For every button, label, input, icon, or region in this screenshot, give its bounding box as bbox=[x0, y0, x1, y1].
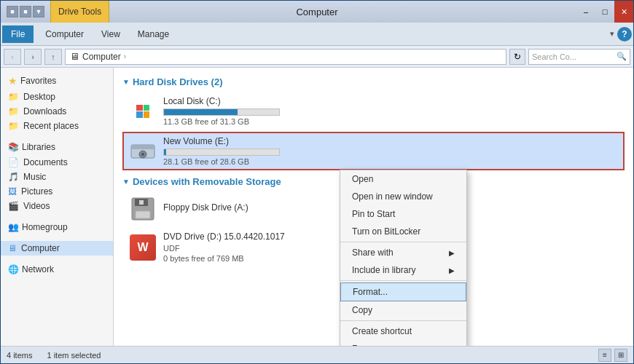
refresh-button[interactable]: ↻ bbox=[509, 49, 525, 65]
favorites-label: Favorites bbox=[20, 76, 56, 86]
homegroup-label: Homegroup bbox=[22, 222, 68, 232]
hard-disk-drives-header: ▼ Hard Disk Drives (2) bbox=[122, 76, 625, 87]
menu-computer[interactable]: Computer bbox=[36, 25, 93, 43]
new-volume-e-info: New Volume (E:) 28.1 GB free of 28.6 GB bbox=[163, 136, 619, 166]
maximize-button[interactable]: □ bbox=[595, 1, 614, 23]
sidebar-homegroup-header[interactable]: 👥 Homegroup bbox=[1, 219, 113, 235]
new-volume-e-bar-fill bbox=[164, 149, 166, 155]
sidebar-network-header[interactable]: 🌐 Network bbox=[1, 261, 113, 277]
status-bar: 4 items 1 item selected ≡ ⊞ bbox=[1, 346, 633, 363]
sidebar-favorites-header[interactable]: ★ Favorites bbox=[1, 72, 113, 90]
menu-bar-right: ▾ ? bbox=[610, 27, 632, 41]
status-view-buttons: ≡ ⊞ bbox=[598, 349, 627, 362]
local-disk-c-icon bbox=[128, 98, 157, 124]
office-icon: W bbox=[130, 234, 156, 261]
floppy-drive-icon bbox=[128, 196, 157, 221]
local-disk-c-item[interactable]: Local Disk (C:) 11.3 GB free of 31.3 GB bbox=[122, 92, 625, 130]
sidebar-item-computer[interactable]: 🖥 Computer bbox=[1, 241, 113, 256]
sidebar-item-music[interactable]: 🎵 Music bbox=[1, 170, 113, 184]
ctx-separator-3 bbox=[340, 320, 466, 321]
sidebar-item-recent[interactable]: 📁 Recent places bbox=[1, 119, 113, 133]
window-icon-1: ■ bbox=[7, 6, 18, 17]
new-volume-e-item[interactable]: New Volume (E:) 28.1 GB free of 28.6 GB bbox=[122, 132, 625, 170]
local-disk-c-info: Local Disk (C:) 11.3 GB free of 31.3 GB bbox=[163, 96, 619, 126]
ctx-bitlocker[interactable]: Turn on BitLocker bbox=[340, 223, 466, 240]
back-button[interactable]: ‹ bbox=[4, 49, 21, 65]
computer-label: Computer bbox=[21, 243, 60, 253]
ctx-rename[interactable]: Rename bbox=[340, 340, 466, 346]
close-button[interactable]: ✕ bbox=[614, 1, 633, 23]
new-volume-e-size: 28.1 GB free of 28.6 GB bbox=[163, 157, 619, 166]
libraries-label: Libraries bbox=[22, 142, 55, 152]
new-volume-e-icon bbox=[128, 138, 157, 164]
sidebar-libraries-header[interactable]: 📚 Libraries bbox=[1, 139, 113, 155]
network-icon: 🌐 bbox=[8, 264, 19, 274]
menu-view[interactable]: View bbox=[93, 25, 129, 43]
breadcrumb-icon: 🖥 bbox=[70, 51, 79, 62]
local-disk-c-name: Local Disk (C:) bbox=[163, 96, 619, 106]
window-icon-3: ▼ bbox=[33, 6, 44, 17]
recent-label: Recent places bbox=[23, 121, 79, 131]
ctx-separator-1 bbox=[340, 242, 466, 242]
address-box[interactable]: 🖥 Computer › bbox=[65, 49, 506, 65]
svg-point-3 bbox=[141, 153, 144, 156]
ctx-open-new-window[interactable]: Open in new window bbox=[340, 188, 466, 205]
desktop-label: Desktop bbox=[23, 92, 55, 102]
ctx-copy[interactable]: Copy bbox=[340, 301, 466, 319]
view-grid-button[interactable]: ⊞ bbox=[614, 349, 627, 362]
folder-icon: 📁 bbox=[8, 92, 19, 102]
forward-button[interactable]: › bbox=[24, 49, 42, 65]
search-placeholder: Search Co... bbox=[532, 52, 617, 61]
ctx-pin-to-start[interactable]: Pin to Start bbox=[340, 205, 466, 223]
music-icon: 🎵 bbox=[8, 172, 19, 182]
music-label: Music bbox=[23, 172, 46, 182]
sidebar-item-downloads[interactable]: 📁 Downloads bbox=[1, 104, 113, 119]
sidebar-item-desktop[interactable]: 📁 Desktop bbox=[1, 90, 113, 104]
ctx-format[interactable]: Format... bbox=[340, 282, 466, 301]
documents-label: Documents bbox=[23, 157, 68, 167]
local-disk-c-bar-fill bbox=[164, 109, 238, 115]
minimize-button[interactable]: – bbox=[576, 1, 595, 23]
window-controls: – □ ✕ bbox=[576, 1, 633, 23]
menu-manage[interactable]: Manage bbox=[129, 25, 178, 43]
title-bar: ■ ■ ▼ Drive Tools Computer – □ ✕ bbox=[1, 1, 633, 23]
ctx-open[interactable]: Open bbox=[340, 170, 466, 188]
selected-count: 1 item selected bbox=[47, 351, 101, 360]
sidebar-divider-3 bbox=[1, 235, 113, 241]
include-in-library-arrow: ▶ bbox=[449, 266, 455, 274]
hdd-section-label: Hard Disk Drives (2) bbox=[133, 76, 223, 87]
svg-rect-6 bbox=[136, 211, 150, 218]
ctx-share-with[interactable]: Share with ▶ bbox=[340, 244, 466, 261]
drive-tools-label: Drive Tools bbox=[58, 7, 101, 17]
search-box[interactable]: Search Co... 🔍 bbox=[528, 49, 630, 65]
videos-icon: 🎬 bbox=[8, 201, 19, 211]
hdd-section-arrow: ▼ bbox=[122, 78, 130, 86]
explorer-window: ■ ■ ▼ Drive Tools Computer – □ ✕ File Co… bbox=[0, 0, 634, 364]
ctx-include-in-library[interactable]: Include in library ▶ bbox=[340, 261, 466, 279]
dvd-drive-icon: W bbox=[128, 234, 157, 260]
computer-icon: 🖥 bbox=[8, 243, 17, 253]
svg-rect-1 bbox=[131, 145, 154, 149]
share-with-arrow: ▶ bbox=[449, 249, 455, 257]
content-area: ▼ Hard Disk Drives (2) Local Disk (C:) 1… bbox=[114, 68, 633, 346]
sidebar-item-documents[interactable]: 📄 Documents bbox=[1, 155, 113, 170]
addr-chevron: › bbox=[124, 52, 126, 60]
removable-arrow: ▼ bbox=[122, 178, 130, 186]
menu-file[interactable]: File bbox=[2, 25, 34, 43]
new-volume-e-name: New Volume (E:) bbox=[163, 136, 619, 146]
title-bar-left: ■ ■ ▼ Drive Tools bbox=[1, 1, 109, 23]
window-icon-2: ■ bbox=[20, 6, 31, 17]
main-content: ★ Favorites 📁 Desktop 📁 Downloads 📁 Rece… bbox=[1, 68, 633, 346]
help-button[interactable]: ? bbox=[617, 27, 632, 41]
sidebar-item-videos[interactable]: 🎬 Videos bbox=[1, 199, 113, 213]
library-icon: 📚 bbox=[8, 142, 19, 152]
removable-label: Devices with Removable Storage bbox=[133, 176, 281, 187]
ctx-create-shortcut[interactable]: Create shortcut bbox=[340, 323, 466, 340]
local-disk-c-size: 11.3 GB free of 31.3 GB bbox=[163, 117, 619, 126]
sidebar-divider-1 bbox=[1, 133, 113, 139]
sidebar-divider-4 bbox=[1, 256, 113, 261]
sidebar-item-pictures[interactable]: 🖼 Pictures bbox=[1, 184, 113, 199]
view-list-button[interactable]: ≡ bbox=[598, 349, 611, 362]
up-button[interactable]: ↑ bbox=[44, 49, 62, 65]
drive-tools-tab[interactable]: Drive Tools bbox=[50, 1, 109, 23]
